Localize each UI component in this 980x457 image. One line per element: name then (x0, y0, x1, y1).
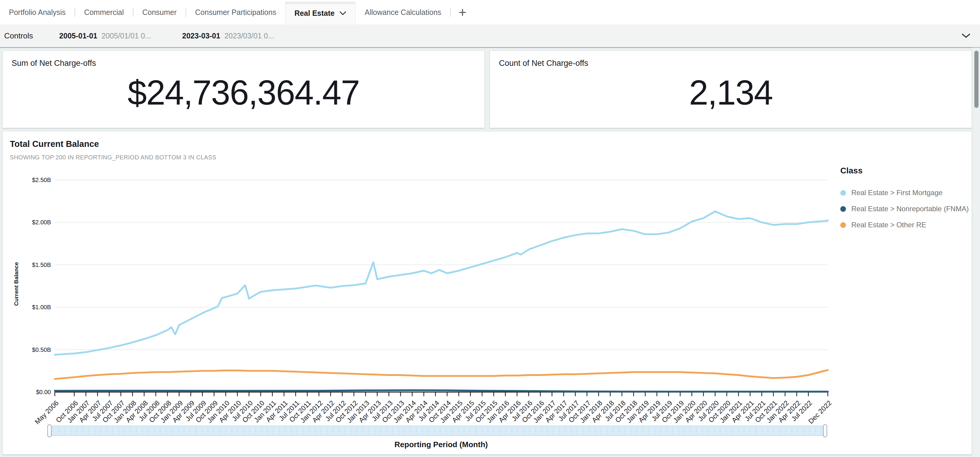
tab-portfolio-analysis[interactable]: Portfolio Analysis (0, 0, 75, 24)
legend-item[interactable]: Real Estate > Other RE (840, 221, 971, 229)
y-axis-label: $2.00B (6, 218, 51, 226)
tab-real-estate[interactable]: Real Estate (285, 2, 356, 24)
tab-label: Consumer (142, 8, 177, 17)
x-axis-tick-labels: May 2006Oct 2006Jan 2007Apr 2007Jul 2007… (33, 399, 833, 426)
y-axis-label: $0.50B (6, 346, 51, 354)
controls-label: Controls (4, 31, 33, 40)
chart-card-total-current-balance: Total Current Balance SHOWING TOP 200 IN… (2, 131, 972, 455)
tab-consumer[interactable]: Consumer (134, 0, 186, 24)
chart-title: Total Current Balance (10, 139, 99, 149)
filter-end-date-value[interactable]: 2023-03-01 (182, 32, 220, 40)
filter-start-date[interactable]: 2005-01-01 2005/01/01 0... (59, 32, 151, 40)
tab-label: Allowance Calculations (364, 8, 441, 17)
tab-label: Commercial (84, 8, 124, 17)
legend-swatch-icon (840, 222, 846, 228)
balance-line-chart[interactable]: May 2006Oct 2006Jan 2007Apr 2007Jul 2007… (55, 176, 828, 441)
sheet-chevron-down-icon[interactable] (339, 11, 347, 16)
legend-swatch-icon (840, 206, 846, 212)
slider-handle-left[interactable] (47, 424, 51, 437)
kpi-row: Sum of Net Charge-offs $24,736,364.47 Co… (2, 51, 972, 128)
tab-label: Real Estate (294, 9, 334, 18)
filter-start-date-detail: 2005/01/01 0... (102, 32, 151, 40)
filter-start-date-value[interactable]: 2005-01-01 (59, 32, 97, 40)
tab-allowance-calculations[interactable]: Allowance Calculations (356, 0, 450, 24)
slider-handle-right[interactable] (823, 424, 827, 437)
chart-legend: Class Real Estate > First MortgageReal E… (840, 166, 971, 237)
tab-label: Consumer Participations (195, 8, 276, 17)
legend-title: Class (840, 166, 971, 175)
series-line-3[interactable] (55, 370, 828, 379)
y-axis-label: $2.50B (6, 176, 51, 184)
y-axis-label: $1.50B (6, 261, 51, 269)
scrollbar-thumb[interactable] (974, 51, 978, 108)
add-sheet-button[interactable]: + (451, 0, 474, 24)
page-scrollbar[interactable] (973, 48, 980, 457)
series-line-1[interactable] (55, 211, 828, 355)
legend-item[interactable]: Real Estate > First Mortgage (840, 189, 971, 197)
svg-text:May 2006: May 2006 (33, 399, 60, 426)
legend-label: Real Estate > Nonreportable (FNMA) (851, 205, 969, 213)
legend-label: Real Estate > Other RE (851, 221, 926, 229)
kpi-card-count-net-charge-offs: Count of Net Charge-offs 2,134 (490, 51, 972, 128)
y-axis-label: $0.00 (6, 388, 51, 396)
tab-label: Portfolio Analysis (9, 8, 65, 17)
controls-bar: Controls 2005-01-01 2005/01/01 0... 2023… (0, 24, 980, 48)
series-line-2[interactable] (55, 390, 828, 392)
legend-label: Real Estate > First Mortgage (851, 189, 942, 197)
kpi-title: Count of Net Charge-offs (499, 59, 588, 68)
x-axis-title: Reporting Period (Month) (395, 440, 488, 449)
kpi-card-sum-net-charge-offs: Sum of Net Charge-offs $24,736,364.47 (2, 51, 485, 128)
chart-subtitle: SHOWING TOP 200 IN REPORTING_PERIOD AND … (10, 154, 216, 161)
kpi-title: Sum of Net Charge-offs (12, 59, 96, 68)
kpi-value: 2,134 (490, 73, 972, 113)
tab-commercial[interactable]: Commercial (75, 0, 132, 24)
gridlines (55, 180, 828, 350)
y-axis-label: $1.00B (6, 303, 51, 311)
tab-bar: Portfolio AnalysisCommercialConsumerCons… (0, 0, 980, 24)
legend-swatch-icon (840, 190, 846, 196)
kpi-value: $24,736,364.47 (3, 73, 484, 113)
controls-collapse-chevron-icon[interactable] (961, 33, 970, 38)
legend-items: Real Estate > First MortgageReal Estate … (840, 189, 971, 229)
x-axis-ticks (55, 392, 828, 396)
legend-item[interactable]: Real Estate > Nonreportable (FNMA) (840, 205, 971, 213)
filter-end-date-detail: 2023/03/01 0... (224, 32, 274, 40)
filter-end-date[interactable]: 2023-03-01 2023/03/01 0... (182, 32, 274, 40)
tab-consumer-participations[interactable]: Consumer Participations (186, 0, 285, 24)
reporting-period-range-slider[interactable] (48, 426, 827, 436)
